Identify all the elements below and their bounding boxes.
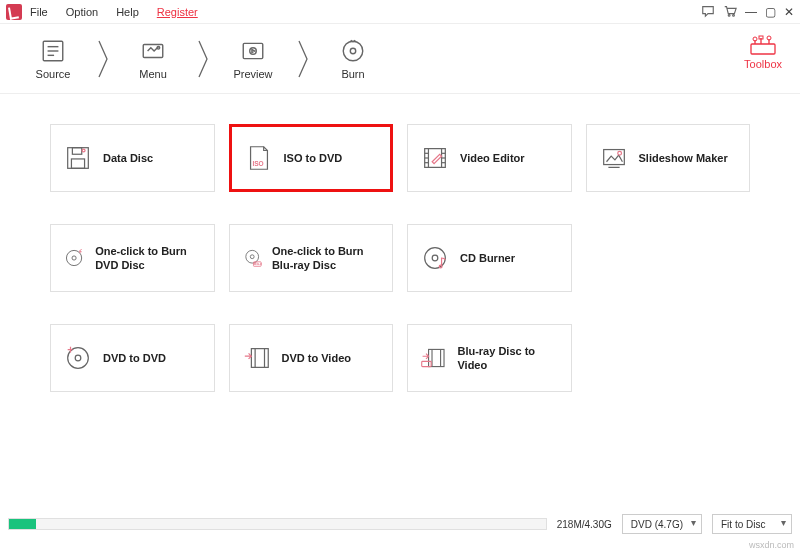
svg-point-44 bbox=[75, 355, 81, 361]
iso-file-icon: ISO bbox=[244, 143, 274, 173]
fit-mode-value: Fit to Disc bbox=[721, 519, 765, 530]
disc-copy-icon bbox=[63, 343, 93, 373]
titlebar: File Option Help Register — ▢ ✕ bbox=[0, 0, 800, 24]
disc-usage-text: 218M/4.30G bbox=[557, 519, 612, 530]
fit-mode-select[interactable]: Fit to Disc bbox=[712, 514, 792, 534]
tile-label: DVD to DVD bbox=[103, 351, 166, 365]
maximize-button[interactable]: ▢ bbox=[765, 6, 776, 18]
toolbox-button[interactable]: Toolbox bbox=[744, 34, 782, 70]
step-menu[interactable]: Menu bbox=[110, 38, 196, 80]
svg-point-12 bbox=[350, 48, 355, 53]
svg-rect-19 bbox=[71, 159, 84, 168]
svg-point-35 bbox=[72, 256, 76, 260]
chevron-icon bbox=[196, 39, 210, 79]
svg-point-20 bbox=[82, 149, 85, 152]
tile-label: Slideshow Maker bbox=[639, 151, 728, 165]
svg-point-41 bbox=[432, 255, 438, 261]
disc-type-value: DVD (4.7G) bbox=[631, 519, 683, 530]
svg-marker-10 bbox=[252, 49, 255, 52]
step-source[interactable]: Source bbox=[10, 38, 96, 80]
tile-dvd-to-dvd[interactable]: DVD to DVD bbox=[50, 324, 215, 392]
svg-point-37 bbox=[250, 255, 254, 259]
film-edit-icon bbox=[420, 143, 450, 173]
tile-slideshow-maker[interactable]: Slideshow Maker bbox=[586, 124, 751, 192]
minimize-button[interactable]: — bbox=[745, 6, 757, 18]
chevron-icon bbox=[296, 39, 310, 79]
step-menu-label: Menu bbox=[139, 68, 167, 80]
step-burn-label: Burn bbox=[341, 68, 364, 80]
menu-help[interactable]: Help bbox=[116, 6, 139, 18]
floppy-icon bbox=[63, 143, 93, 173]
tile-label: One-click to Burn Blu-ray Disc bbox=[272, 244, 380, 273]
tile-label: CD Burner bbox=[460, 251, 515, 265]
svg-rect-15 bbox=[759, 36, 763, 39]
tile-video-editor[interactable]: Video Editor bbox=[407, 124, 572, 192]
bluray-to-video-icon bbox=[420, 343, 447, 373]
disc-type-select[interactable]: DVD (4.7G) bbox=[622, 514, 702, 534]
tile-label: One-click to Burn DVD Disc bbox=[95, 244, 201, 273]
status-bar: 218M/4.30G DVD (4.7G) Fit to Disc bbox=[0, 512, 800, 536]
svg-text:ISO: ISO bbox=[252, 160, 263, 167]
menu-option[interactable]: Option bbox=[66, 6, 98, 18]
svg-rect-13 bbox=[751, 44, 775, 54]
tile-dvd-to-video[interactable]: DVD to Video bbox=[229, 324, 394, 392]
svg-point-36 bbox=[245, 250, 258, 263]
toolbox-grid: Data Disc ISO ISO to DVD Video Editor Sl… bbox=[0, 94, 800, 434]
disc-to-video-icon bbox=[242, 343, 272, 373]
step-preview-label: Preview bbox=[233, 68, 272, 80]
menu-register[interactable]: Register bbox=[157, 6, 198, 18]
svg-text:Blu-ray: Blu-ray bbox=[254, 262, 262, 266]
tile-one-click-bluray[interactable]: Blu-ray One-click to Burn Blu-ray Disc bbox=[229, 224, 394, 292]
bluray-burn-icon: Blu-ray bbox=[242, 243, 262, 273]
menu-file[interactable]: File bbox=[30, 6, 48, 18]
disc-usage-fill bbox=[9, 519, 36, 529]
step-source-label: Source bbox=[36, 68, 71, 80]
tile-label: Video Editor bbox=[460, 151, 525, 165]
svg-rect-18 bbox=[72, 148, 81, 155]
close-button[interactable]: ✕ bbox=[784, 6, 794, 18]
svg-point-0 bbox=[728, 14, 730, 16]
svg-point-1 bbox=[733, 14, 735, 16]
tile-label: ISO to DVD bbox=[284, 151, 343, 165]
cd-music-icon bbox=[420, 243, 450, 273]
svg-point-34 bbox=[66, 250, 81, 265]
tile-label: Data Disc bbox=[103, 151, 153, 165]
tile-data-disc[interactable]: Data Disc bbox=[50, 124, 215, 192]
tile-one-click-dvd[interactable]: One-click to Burn DVD Disc bbox=[50, 224, 215, 292]
disc-burn-icon bbox=[63, 243, 85, 273]
disc-usage-bar bbox=[8, 518, 547, 530]
cart-icon[interactable] bbox=[723, 4, 737, 20]
app-icon bbox=[6, 4, 22, 20]
tile-cd-burner[interactable]: CD Burner bbox=[407, 224, 572, 292]
feedback-icon[interactable] bbox=[701, 4, 715, 20]
window-controls: — ▢ ✕ bbox=[701, 4, 794, 20]
tile-label: DVD to Video bbox=[282, 351, 351, 365]
watermark: wsxdn.com bbox=[749, 540, 794, 550]
svg-point-11 bbox=[343, 41, 363, 61]
svg-rect-51 bbox=[422, 361, 431, 366]
svg-point-7 bbox=[157, 46, 160, 49]
tile-label: Blu-ray Disc to Video bbox=[457, 344, 558, 373]
svg-rect-45 bbox=[251, 349, 268, 368]
chevron-icon bbox=[96, 39, 110, 79]
svg-point-32 bbox=[617, 151, 621, 155]
toolbox-label: Toolbox bbox=[744, 58, 782, 70]
svg-rect-8 bbox=[243, 43, 263, 58]
tile-bluray-to-video[interactable]: Blu-ray Disc to Video bbox=[407, 324, 572, 392]
step-burn[interactable]: Burn bbox=[310, 38, 396, 80]
step-nav: Source Menu Preview Burn Toolbox bbox=[0, 24, 800, 94]
tile-iso-to-dvd[interactable]: ISO ISO to DVD bbox=[229, 124, 394, 192]
step-preview[interactable]: Preview bbox=[210, 38, 296, 80]
slideshow-icon bbox=[599, 143, 629, 173]
main-menu: File Option Help Register bbox=[30, 6, 198, 18]
